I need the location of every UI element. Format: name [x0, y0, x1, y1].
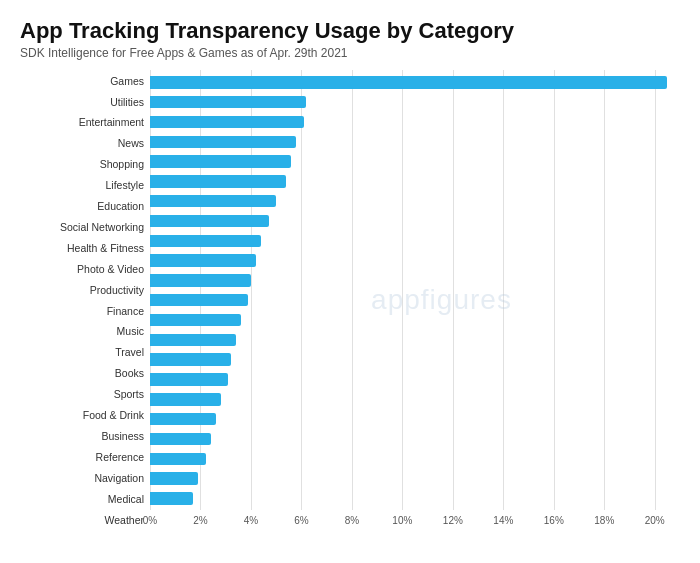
bar — [150, 334, 236, 346]
bar — [150, 492, 193, 504]
y-label: Weather — [20, 509, 144, 530]
bar — [150, 274, 251, 286]
grid-and-bars: appfigures 0%2%4%6%8%10%12%14%16%18%20% — [150, 70, 680, 530]
chart-subtitle: SDK Intelligence for Free Apps & Games a… — [20, 46, 680, 60]
x-axis-labels: 0%2%4%6%8%10%12%14%16%18%20% — [150, 510, 680, 530]
y-label: Reference — [20, 447, 144, 468]
y-label: Education — [20, 196, 144, 217]
y-label: Social Networking — [20, 217, 144, 238]
y-label: Navigation — [20, 468, 144, 489]
y-label: Shopping — [20, 154, 144, 175]
bar — [150, 314, 241, 326]
bar — [150, 413, 216, 425]
y-label: Utilities — [20, 91, 144, 112]
bar — [150, 76, 667, 88]
chart-area: GamesUtilitiesEntertainmentNewsShoppingL… — [20, 70, 680, 530]
bar — [150, 453, 206, 465]
bar-row — [150, 191, 680, 211]
y-label: Food & Drink — [20, 405, 144, 426]
bar — [150, 116, 304, 128]
x-axis-label: 12% — [443, 515, 463, 526]
y-label: Books — [20, 363, 144, 384]
y-label: Medical — [20, 489, 144, 510]
x-axis-label: 14% — [493, 515, 513, 526]
y-label: Music — [20, 321, 144, 342]
bar — [150, 472, 198, 484]
bar-row — [150, 171, 680, 191]
y-label: Finance — [20, 300, 144, 321]
y-label: Health & Fitness — [20, 238, 144, 259]
bar — [150, 96, 306, 108]
bar-row — [150, 469, 680, 489]
bar-row — [150, 429, 680, 449]
bar-row — [150, 132, 680, 152]
y-label: Lifestyle — [20, 175, 144, 196]
x-axis-label: 0% — [143, 515, 157, 526]
bar — [150, 136, 296, 148]
bar — [150, 195, 276, 207]
bar — [150, 155, 291, 167]
bar-row — [150, 449, 680, 469]
x-axis-label: 16% — [544, 515, 564, 526]
x-axis-label: 10% — [392, 515, 412, 526]
bar-row — [150, 310, 680, 330]
y-label: News — [20, 133, 144, 154]
bar-row — [150, 92, 680, 112]
bar-row — [150, 370, 680, 390]
bars-wrapper — [150, 70, 680, 510]
x-axis-label: 6% — [294, 515, 308, 526]
bar-row — [150, 231, 680, 251]
bar-row — [150, 72, 680, 92]
bar-row — [150, 211, 680, 231]
bars-section: appfigures 0%2%4%6%8%10%12%14%16%18%20% — [150, 70, 680, 530]
bar — [150, 393, 221, 405]
bar-row — [150, 409, 680, 429]
y-label: Photo & Video — [20, 259, 144, 280]
y-label: Travel — [20, 342, 144, 363]
y-labels: GamesUtilitiesEntertainmentNewsShoppingL… — [20, 70, 150, 530]
chart-container: App Tracking Transparency Usage by Categ… — [0, 0, 700, 563]
x-axis-label: 20% — [645, 515, 665, 526]
y-label: Entertainment — [20, 112, 144, 133]
bar-row — [150, 488, 680, 508]
bar — [150, 254, 256, 266]
x-axis-label: 2% — [193, 515, 207, 526]
y-label: Games — [20, 70, 144, 91]
y-label: Sports — [20, 384, 144, 405]
chart-title: App Tracking Transparency Usage by Categ… — [20, 18, 680, 44]
bar — [150, 353, 231, 365]
y-label: Business — [20, 426, 144, 447]
bar-row — [150, 251, 680, 271]
bar — [150, 175, 286, 187]
bar-row — [150, 112, 680, 132]
bar-row — [150, 330, 680, 350]
x-axis-label: 4% — [244, 515, 258, 526]
bar-row — [150, 271, 680, 291]
bar-row — [150, 290, 680, 310]
bar — [150, 215, 269, 227]
x-axis-label: 8% — [345, 515, 359, 526]
bar — [150, 294, 248, 306]
bar-row — [150, 152, 680, 172]
y-label: Productivity — [20, 279, 144, 300]
x-axis-label: 18% — [594, 515, 614, 526]
bar-row — [150, 389, 680, 409]
bar — [150, 433, 211, 445]
bar — [150, 235, 261, 247]
bar — [150, 373, 228, 385]
bar-row — [150, 350, 680, 370]
